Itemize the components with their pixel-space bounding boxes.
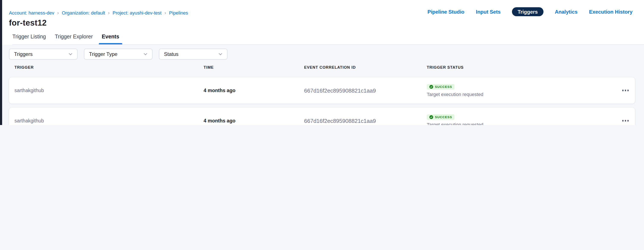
trigger-name: sarthakgithub xyxy=(14,88,204,93)
event-correlation-id: 667d16f2ec895908821c1aa9 xyxy=(304,117,427,124)
status-filter-dropdown[interactable]: Status xyxy=(159,49,228,60)
nav-triggers[interactable]: Triggers xyxy=(512,7,544,16)
triggers-filter-label: Triggers xyxy=(14,51,32,57)
nav-analytics[interactable]: Analytics xyxy=(555,8,578,16)
tab-trigger-explorer[interactable]: Trigger Explorer xyxy=(55,34,93,44)
check-circle-icon xyxy=(429,115,433,119)
nav-input-sets[interactable]: Input Sets xyxy=(476,8,500,16)
breadcrumb-project[interactable]: Project: ayushi-dev-test xyxy=(113,10,162,15)
tab-trigger-listing[interactable]: Trigger Listing xyxy=(12,34,46,44)
chevron-down-icon xyxy=(144,53,147,55)
event-row[interactable]: sarthakgithub 4 months ago 667d16f2ec895… xyxy=(9,107,635,125)
trigger-type-filter-dropdown[interactable]: Trigger Type xyxy=(84,49,152,60)
table-header: TRIGGER TIME EVENT CORRELATION ID TRIGGE… xyxy=(9,65,635,70)
event-correlation-id: 667d16f2ec895908821c1aa9 xyxy=(304,87,427,94)
filter-bar: Triggers Trigger Type Status xyxy=(9,49,635,60)
breadcrumb-account[interactable]: Account: harness-dev xyxy=(9,10,54,15)
triggers-events-page: Account: harness-dev › Organization: def… xyxy=(0,0,644,125)
chevron-down-icon xyxy=(68,53,72,55)
pipeline-section-nav: Pipeline Studio Input Sets Triggers Anal… xyxy=(428,7,632,16)
side-nav-edge xyxy=(0,0,2,125)
trigger-name: sarthakgithub xyxy=(14,118,204,123)
event-time: 4 months ago xyxy=(204,118,304,123)
column-header-event-correlation-id: EVENT CORRELATION ID xyxy=(304,65,427,70)
chevron-right-icon: › xyxy=(164,11,166,15)
status-detail: Target execution requested xyxy=(427,92,483,97)
breadcrumb-pipelines[interactable]: Pipelines xyxy=(169,10,188,15)
event-row[interactable]: sarthakgithub 4 months ago 667d16f2ec895… xyxy=(9,77,635,104)
triggers-filter-dropdown[interactable]: Triggers xyxy=(9,49,78,60)
status-badge: SUCCESS xyxy=(427,114,455,120)
column-header-trigger-status: TRIGGER STATUS xyxy=(427,65,619,70)
chevron-right-icon: › xyxy=(57,11,59,15)
trigger-type-filter-label: Trigger Type xyxy=(89,51,117,57)
status-detail: Target execution requested xyxy=(427,122,483,125)
chevron-right-icon: › xyxy=(108,11,110,15)
breadcrumb-organization[interactable]: Organization: default xyxy=(62,10,105,15)
trigger-status-cell: SUCCESS Target execution requested xyxy=(427,114,619,125)
events-content: Triggers Trigger Type Status TRIGGER TI xyxy=(0,49,644,125)
nav-pipeline-studio[interactable]: Pipeline Studio xyxy=(428,8,464,16)
check-circle-icon xyxy=(429,85,433,89)
column-header-trigger: TRIGGER xyxy=(14,65,204,70)
trigger-status-cell: SUCCESS Target execution requested xyxy=(427,84,619,97)
page-header: Account: harness-dev › Organization: def… xyxy=(0,0,644,45)
events-list: sarthakgithub 4 months ago 667d16f2ec895… xyxy=(9,77,635,125)
event-time: 4 months ago xyxy=(204,88,304,93)
nav-execution-history[interactable]: Execution History xyxy=(589,8,632,16)
column-header-time: TIME xyxy=(204,65,304,70)
status-badge-label: SUCCESS xyxy=(435,115,452,119)
tab-events[interactable]: Events xyxy=(102,34,119,44)
more-options-button[interactable] xyxy=(621,118,630,123)
page-title: for-test12 xyxy=(9,18,644,28)
status-badge-label: SUCCESS xyxy=(435,85,452,89)
more-options-button[interactable] xyxy=(621,88,630,93)
tab-bar: Trigger Listing Trigger Explorer Events xyxy=(12,34,644,45)
status-filter-label: Status xyxy=(164,51,178,57)
chevron-down-icon xyxy=(218,53,222,55)
status-badge: SUCCESS xyxy=(427,84,455,90)
